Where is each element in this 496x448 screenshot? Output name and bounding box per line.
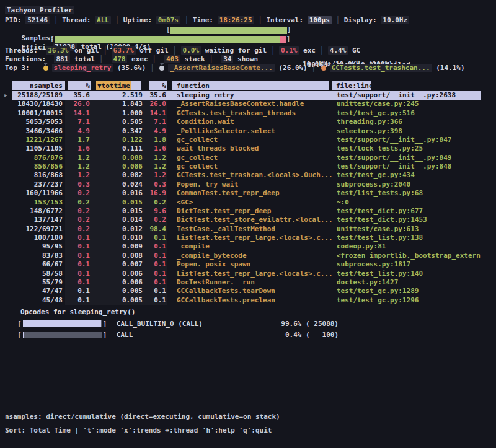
table-row[interactable]: 137/1470.20.0140.2DictTest.test_store_ev… bbox=[12, 216, 481, 224]
cell-function: ListTest.test_repr_large.<locals>.c... bbox=[167, 234, 332, 242]
table-row[interactable]: 83/830.10.0080.1_compile_bytecode<frozen… bbox=[12, 252, 481, 260]
cell-tottime: 0.024 bbox=[91, 180, 143, 189]
medal-gold-icon bbox=[43, 66, 48, 71]
cell-pct-cumulative: 1.2 bbox=[143, 154, 167, 162]
bracket-open: [ bbox=[17, 320, 22, 328]
table-row[interactable]: 10001/1001514.11.00014.1GCTests.test_tra… bbox=[12, 109, 481, 118]
cell-file-line: subprocess.py:1817 bbox=[332, 260, 481, 269]
status-thread-value: ALL bbox=[95, 16, 111, 24]
column-header-pct-direct[interactable]: % bbox=[68, 81, 91, 90]
status-interval-value: 100µs bbox=[308, 16, 332, 24]
cell-file-line: test/test_gc.py:1296 bbox=[332, 296, 481, 305]
cell-function: _AssertRaisesBaseContext.handle bbox=[167, 100, 332, 108]
cell-file-line: test/list_tests.py:68 bbox=[332, 189, 481, 198]
bracket-close: ] bbox=[286, 35, 291, 43]
samples-line: Samples: 71038 total (10000.4/s) [] 10.0… bbox=[5, 25, 492, 34]
threads-stat: 0.1% exc bbox=[279, 46, 316, 55]
column-header-pct-cumulative[interactable]: % bbox=[149, 81, 167, 90]
table-row[interactable]: 153/1530.20.0150.2<GC>~:0 bbox=[12, 198, 481, 207]
column-header-tottime-sorted[interactable]: ▼tottime bbox=[96, 81, 141, 90]
functions-stat-text: total bbox=[70, 55, 95, 63]
status-time-value: 18:26:25 bbox=[218, 16, 254, 24]
table-row[interactable]: 45/480.10.0050.1GCCallbackTests.preclean… bbox=[12, 296, 481, 305]
cell-pct-cumulative: 0.1 bbox=[143, 296, 167, 305]
table-row[interactable]: 5053/50537.10.5057.1Condition.waitthread… bbox=[12, 118, 481, 126]
cell-pct-direct: 7.1 bbox=[65, 118, 91, 126]
top3-percent: (35.6%) bbox=[113, 64, 146, 72]
cell-file-line: doctest.py:1427 bbox=[332, 278, 481, 287]
header-gap bbox=[167, 81, 172, 90]
table-row[interactable]: 18430/1843026.01.84326.0_AssertRaisesBas… bbox=[12, 100, 481, 108]
cell-function: gc_collect bbox=[167, 154, 332, 162]
cell-nsamples: 55/79 bbox=[12, 278, 65, 287]
cell-function: Condition.wait bbox=[167, 118, 332, 126]
status-time-label: Time: bbox=[193, 16, 218, 24]
cell-pct-cumulative: 0.1 bbox=[143, 270, 167, 278]
threads-stat-value: 63.7% bbox=[112, 46, 136, 55]
table-row[interactable]: 148/67720.20.0159.6DictTest.test_repr_de… bbox=[12, 207, 481, 216]
cell-nsamples: 137/147 bbox=[12, 216, 65, 224]
status-item-uptime: Uptime: 0m07s bbox=[123, 16, 180, 24]
top3-item: sleeping_retry (35.6%) bbox=[42, 64, 146, 72]
table-row[interactable]: 66/670.10.0070.1Popen._posix_spawnsubpro… bbox=[12, 260, 481, 269]
table-row[interactable]: 122/697210.20.01298.4TestCase._callTestM… bbox=[12, 225, 481, 234]
separator: │ bbox=[254, 16, 267, 24]
header-gap bbox=[141, 81, 149, 90]
table-row[interactable]: 1221/12671.70.1221.8gc_collecttest/suppo… bbox=[12, 136, 481, 144]
title-line: Tachyon Profiler bbox=[5, 6, 492, 15]
cell-tottime: 0.015 bbox=[91, 207, 143, 216]
samples-bar-track bbox=[170, 27, 287, 34]
function-table: 25188/2518935.62.51935.6sleeping_retryte… bbox=[12, 91, 481, 305]
column-header-function[interactable]: function bbox=[172, 81, 329, 90]
table-row[interactable]: 95/950.10.0090.1_compilecodeop.py:81 bbox=[12, 242, 481, 251]
cell-function: GCTests.test_trashcan.<locals>.Ouch... bbox=[167, 171, 332, 180]
table-row[interactable]: 1105/11051.60.1111.6wait_threads_blocked… bbox=[12, 144, 481, 153]
column-header-nsamples[interactable]: nsamples bbox=[12, 81, 65, 90]
cell-tottime: 0.010 bbox=[91, 234, 143, 242]
table-row[interactable]: 58/580.10.0060.1ListTest.test_repr_large… bbox=[12, 270, 481, 278]
medal-silver-icon bbox=[159, 66, 164, 71]
status-uptime-label: Uptime: bbox=[123, 16, 156, 24]
cell-pct-cumulative: 0.2 bbox=[143, 198, 167, 207]
separator: │ bbox=[332, 16, 344, 24]
footer-keybinds: Sort: Total Time | 't':mode 'x':trends ↔… bbox=[5, 426, 492, 435]
cell-file-line: test/support/__init__.py:2638 bbox=[332, 91, 481, 100]
efficiency-bar-failed bbox=[280, 36, 286, 43]
table-row[interactable]: 876/8761.20.0881.2gc_collecttest/support… bbox=[12, 154, 481, 162]
cell-file-line: test/test_gc.py:1289 bbox=[332, 287, 481, 296]
column-header-file-line[interactable]: file:line bbox=[332, 81, 371, 90]
cell-tottime: 0.005 bbox=[91, 287, 143, 296]
functions-stat: 34 shown bbox=[221, 55, 258, 63]
rule-segment bbox=[140, 312, 248, 312]
separator: │ bbox=[267, 46, 279, 55]
cell-pct-direct: 26.0 bbox=[65, 100, 91, 108]
cell-pct-direct: 0.1 bbox=[65, 278, 91, 287]
table-row[interactable]: 47/470.10.0050.1GCCallbackTests.tearDown… bbox=[12, 287, 481, 296]
cell-tottime: 0.082 bbox=[91, 171, 143, 180]
table-row[interactable]: 160/119660.20.01616.9CommonTest.test_rep… bbox=[12, 189, 481, 198]
cell-pct-cumulative: 7.1 bbox=[143, 118, 167, 126]
cell-nsamples: 66/67 bbox=[12, 260, 65, 269]
cell-pct-cumulative: 1.2 bbox=[143, 162, 167, 171]
table-row[interactable]: 100/1000.10.0100.1ListTest.test_repr_lar… bbox=[12, 234, 481, 242]
status-display-value: 10.0Hz bbox=[381, 16, 409, 24]
table-row[interactable]: 816/8681.20.0821.2GCTests.test_trashcan.… bbox=[12, 171, 481, 180]
functions-stat: 881 total bbox=[54, 55, 95, 63]
cell-nsamples: 3466/3466 bbox=[12, 127, 65, 136]
selected-row-arrow: ▸ bbox=[4, 91, 8, 100]
cell-file-line: test/test_gc.py:516 bbox=[332, 109, 481, 118]
cell-tottime: 0.016 bbox=[91, 189, 143, 198]
top3-percent: (14.1%) bbox=[432, 64, 465, 72]
table-row-selected[interactable]: 25188/2518935.62.51935.6sleeping_retryte… bbox=[12, 91, 481, 100]
table-row[interactable]: 237/2370.30.0240.3Popen._try_waitsubproc… bbox=[12, 180, 481, 189]
threads-stat-text: on gil bbox=[70, 46, 99, 55]
table-row[interactable]: 3466/34664.90.3474.9_PollLikeSelector.se… bbox=[12, 127, 481, 136]
cell-pct-cumulative: 14.1 bbox=[143, 109, 167, 118]
cell-function: gc_collect bbox=[167, 136, 332, 144]
opcodes-section-header: Opcodes for sleeping_retry() bbox=[5, 308, 248, 316]
table-row[interactable]: 55/790.10.0060.1DocTestRunner.__rundocte… bbox=[12, 278, 481, 287]
table-row[interactable]: 856/8561.20.0861.2gc_collecttest/support… bbox=[12, 162, 481, 171]
threads-stat-text: off gil bbox=[136, 46, 169, 55]
cell-pct-cumulative: 0.1 bbox=[143, 260, 167, 269]
cell-nsamples: 876/876 bbox=[12, 154, 65, 162]
